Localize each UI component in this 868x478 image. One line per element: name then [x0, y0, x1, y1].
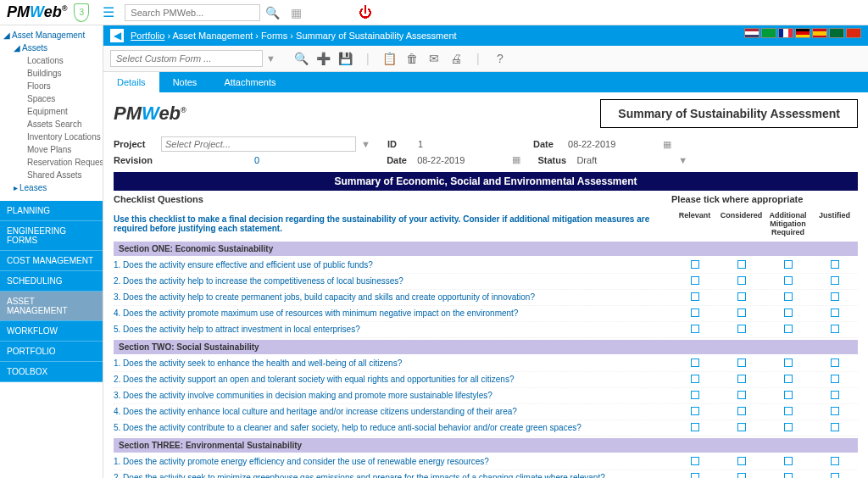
checkbox[interactable] — [831, 423, 839, 431]
bc-2[interactable]: Forms — [261, 31, 287, 41]
tree-item[interactable]: Assets Search — [0, 118, 103, 131]
calendar-icon[interactable]: ▦ — [512, 154, 520, 165]
nav-cost-management[interactable]: COST MANAGEMENT — [0, 251, 103, 271]
checkbox[interactable] — [691, 391, 699, 399]
flag-sa-icon[interactable] — [829, 28, 844, 38]
save-icon[interactable]: 💾 — [337, 49, 355, 68]
tree-item[interactable]: Inventory Locations — [0, 131, 103, 143]
checkbox[interactable] — [737, 308, 746, 317]
flag-es-icon[interactable] — [812, 28, 827, 38]
flag-us-icon[interactable] — [744, 28, 760, 38]
tree-assets[interactable]: ◢Assets — [0, 42, 103, 54]
tree-item[interactable]: Shared Assets — [0, 169, 103, 181]
checkbox[interactable] — [737, 423, 746, 431]
tree-item[interactable]: Equipment — [0, 105, 103, 118]
project-select[interactable] — [161, 136, 356, 152]
nav-scheduling[interactable]: SCHEDULING — [0, 271, 103, 292]
checkbox[interactable] — [831, 457, 839, 465]
checkbox[interactable] — [691, 358, 699, 367]
checkbox[interactable] — [691, 276, 699, 285]
flag-fr-icon[interactable] — [778, 28, 793, 38]
add-icon[interactable]: ➕ — [314, 49, 333, 68]
checkbox[interactable] — [784, 391, 793, 399]
checkbox[interactable] — [737, 260, 746, 269]
nav-portfolio[interactable]: PORTFOLIO — [0, 342, 103, 362]
checkbox[interactable] — [784, 308, 793, 317]
checkbox[interactable] — [737, 473, 746, 478]
tree-item[interactable]: Spaces — [0, 92, 103, 105]
tree-item[interactable]: Reservation Request — [0, 156, 103, 169]
checkbox[interactable] — [737, 407, 746, 415]
tab-attachments[interactable]: Attachments — [210, 72, 289, 92]
tree-item[interactable]: Floors — [0, 80, 103, 92]
checkbox[interactable] — [831, 391, 839, 399]
checkbox[interactable] — [831, 473, 839, 478]
email-icon[interactable]: ✉ — [425, 49, 443, 68]
breadcrumb[interactable]: Portfolio › Asset Management › Forms › S… — [131, 31, 457, 41]
nav-planning[interactable]: PLANNING — [0, 201, 103, 221]
delete-icon[interactable]: 🗑 — [403, 49, 421, 68]
checkbox[interactable] — [691, 308, 699, 317]
checkbox[interactable] — [784, 292, 793, 301]
calendar-icon[interactable]: ▦ — [287, 4, 304, 21]
search-icon[interactable]: 🔍 — [292, 49, 311, 68]
checkbox[interactable] — [691, 457, 699, 465]
checkbox[interactable] — [691, 473, 699, 478]
flag-cn-icon[interactable] — [846, 28, 861, 38]
tree-item[interactable]: Locations — [0, 54, 103, 67]
checkbox[interactable] — [737, 292, 746, 301]
checkbox[interactable] — [784, 457, 793, 465]
tab-notes[interactable]: Notes — [159, 72, 211, 92]
checkbox[interactable] — [831, 375, 839, 383]
tree-item[interactable]: Move Plans — [0, 143, 103, 156]
custom-form-select[interactable] — [110, 50, 263, 67]
checkbox[interactable] — [784, 325, 793, 333]
checkbox[interactable] — [831, 325, 839, 333]
menu-icon[interactable]: ☰ — [103, 4, 114, 20]
checkbox[interactable] — [831, 260, 839, 269]
power-icon[interactable]: ⏻ — [359, 5, 372, 20]
checkbox[interactable] — [691, 292, 699, 301]
checkbox[interactable] — [691, 325, 699, 333]
copy-icon[interactable]: 📋 — [381, 49, 399, 68]
flag-de-icon[interactable] — [795, 28, 810, 38]
nav-toolbox[interactable]: TOOLBOX — [0, 362, 103, 382]
tree-item[interactable]: Buildings — [0, 67, 103, 80]
checkbox[interactable] — [737, 457, 746, 465]
checkbox[interactable] — [831, 358, 839, 367]
checkbox[interactable] — [784, 423, 793, 431]
status-value[interactable]: Draft — [576, 155, 597, 165]
checkbox[interactable] — [691, 423, 699, 431]
checkbox[interactable] — [831, 292, 839, 301]
notification-shield-icon[interactable]: 3 — [74, 3, 89, 22]
checkbox[interactable] — [784, 375, 793, 383]
flag-br-icon[interactable] — [761, 28, 776, 38]
nav-asset-management[interactable]: ASSET MANAGEMENT — [0, 292, 103, 321]
search-icon[interactable]: 🔍 — [264, 4, 281, 21]
checkbox[interactable] — [784, 473, 793, 478]
checkbox[interactable] — [784, 358, 793, 367]
print-icon[interactable]: 🖨 — [447, 49, 465, 68]
search-input[interactable] — [125, 4, 260, 21]
tree-leases[interactable]: ▸Leases — [0, 181, 103, 194]
calendar-icon[interactable]: ▦ — [663, 139, 671, 150]
checkbox[interactable] — [737, 375, 746, 383]
checkbox[interactable] — [737, 276, 746, 285]
checkbox[interactable] — [691, 407, 699, 415]
back-icon[interactable]: ◀ — [110, 29, 124, 42]
checkbox[interactable] — [784, 407, 793, 415]
checkbox[interactable] — [784, 260, 793, 269]
bc-1[interactable]: Asset Management — [173, 31, 253, 41]
bc-root[interactable]: Portfolio — [131, 31, 164, 41]
checkbox[interactable] — [691, 260, 699, 269]
tab-details[interactable]: Details — [103, 72, 159, 92]
checkbox[interactable] — [831, 407, 839, 415]
nav-workflow[interactable]: WORKFLOW — [0, 321, 103, 342]
checkbox[interactable] — [784, 276, 793, 285]
help-icon[interactable]: ? — [491, 49, 509, 68]
checkbox[interactable] — [831, 308, 839, 317]
checkbox[interactable] — [831, 276, 839, 285]
checkbox[interactable] — [737, 391, 746, 399]
checkbox[interactable] — [691, 375, 699, 383]
checkbox[interactable] — [737, 358, 746, 367]
